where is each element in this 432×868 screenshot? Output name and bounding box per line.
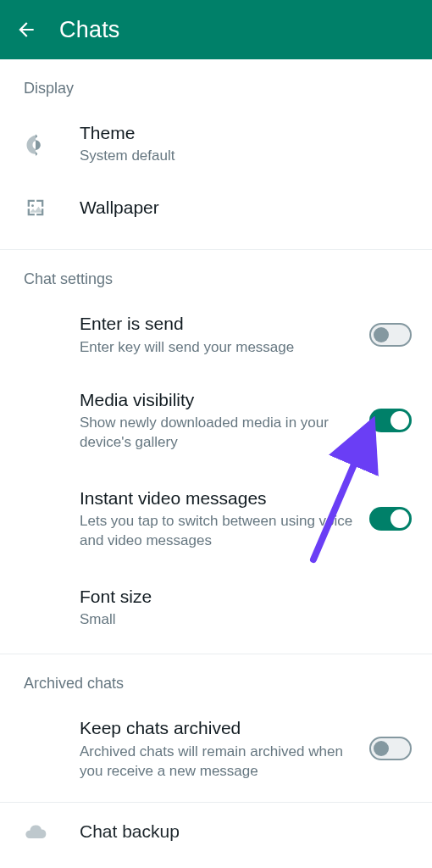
font-size-sub: Small xyxy=(80,610,403,630)
keep-archived-item[interactable]: Keep chats archived Archived chats will … xyxy=(0,704,432,793)
chat-backup-title: Chat backup xyxy=(80,820,403,843)
enter-is-send-title: Enter is send xyxy=(80,312,356,336)
wallpaper-title: Wallpaper xyxy=(80,196,403,220)
enter-is-send-toggle[interactable] xyxy=(369,323,412,347)
keep-archived-toggle[interactable] xyxy=(369,737,412,760)
theme-title: Theme xyxy=(80,121,403,145)
media-visibility-toggle[interactable] xyxy=(369,409,412,432)
media-visibility-item[interactable]: Media visibility Show newly downloaded m… xyxy=(0,370,432,468)
page-title: Chats xyxy=(59,17,120,43)
svg-point-0 xyxy=(31,205,34,208)
enter-is-send-item[interactable]: Enter is send Enter key will send your m… xyxy=(0,300,432,369)
back-arrow-icon[interactable] xyxy=(15,19,37,41)
fade-overlay xyxy=(0,843,432,868)
keep-archived-title: Keep chats archived xyxy=(80,716,356,740)
theme-sub: System default xyxy=(80,147,403,166)
keep-archived-sub: Archived chats will remain archived when… xyxy=(80,743,356,782)
wallpaper-item[interactable]: Wallpaper xyxy=(0,178,432,237)
enter-is-send-sub: Enter key will send your message xyxy=(80,338,356,358)
theme-icon xyxy=(24,132,80,156)
instant-video-title: Instant video messages xyxy=(80,487,356,510)
media-visibility-sub: Show newly downloaded media in your devi… xyxy=(80,414,356,453)
cloud-backup-icon xyxy=(24,821,80,844)
font-size-title: Font size xyxy=(80,585,403,609)
theme-item[interactable]: Theme System default xyxy=(0,109,432,178)
instant-video-toggle[interactable] xyxy=(369,507,412,531)
section-display: Display xyxy=(0,59,432,109)
wallpaper-icon xyxy=(24,196,80,220)
app-header: Chats xyxy=(0,0,432,59)
section-archived: Archived chats xyxy=(0,654,432,704)
media-visibility-title: Media visibility xyxy=(80,388,356,412)
font-size-item[interactable]: Font size Small xyxy=(0,566,432,642)
section-chat-settings: Chat settings xyxy=(0,250,432,300)
instant-video-item[interactable]: Instant video messages Lets you tap to s… xyxy=(0,468,432,566)
instant-video-sub: Lets you tap to switch between using voi… xyxy=(80,512,356,551)
